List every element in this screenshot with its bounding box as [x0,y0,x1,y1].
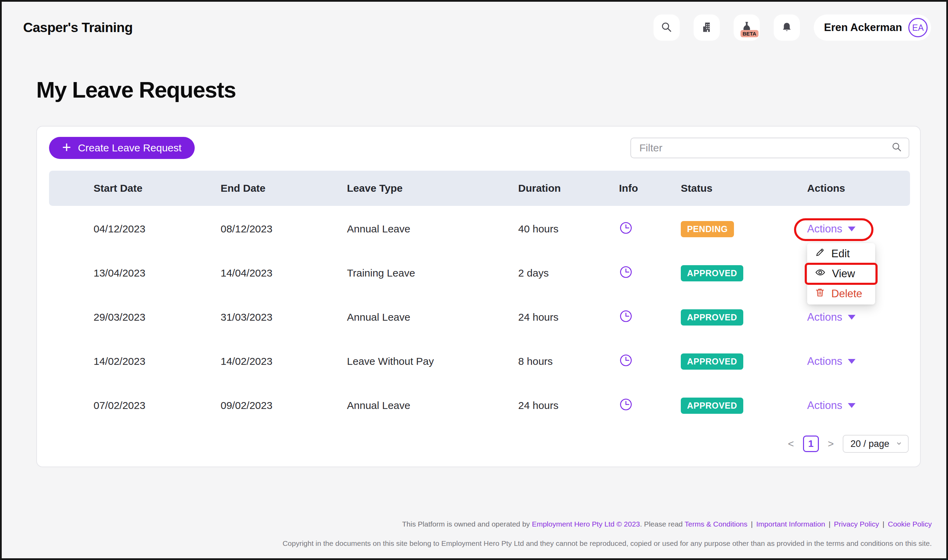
pagination: < 1 > 20 / page [788,435,909,453]
pagination-page-1[interactable]: 1 [803,435,819,452]
table-header: Start Date End Date Leave Type Duration … [49,171,910,206]
actions-dropdown-button[interactable]: Actions [807,355,855,368]
table-body: 04/12/2023 08/12/2023 Annual Leave 40 ho… [49,207,910,428]
footer-link-privacy-policy[interactable]: Privacy Policy [834,520,879,528]
trash-icon [815,287,825,300]
create-leave-request-button[interactable]: + Create Leave Request [49,137,195,159]
cell-duration: 24 hours [518,400,619,411]
cell-leave-type: Annual Leave [347,400,518,411]
cell-end-date: 14/04/2023 [221,267,347,279]
actions-dropdown-button[interactable]: Actions [807,399,855,412]
info-clock-icon[interactable] [619,398,681,414]
actions-dropdown-button[interactable]: Actions [807,311,855,323]
chevron-down-icon [848,226,855,231]
app-window: Casper's Training BETA [0,0,948,560]
user-name: Eren Ackerman [824,22,902,34]
chevron-down-icon [896,438,902,449]
cell-start-date: 07/02/2023 [94,400,221,411]
pagination-prev-button[interactable]: < [788,438,794,450]
info-clock-icon[interactable] [619,221,681,237]
status-badge: APPROVED [681,398,743,414]
menu-item-edit[interactable]: Edit [807,244,875,264]
column-header-duration: Duration [518,182,619,194]
actions-label: Actions [807,311,842,323]
status-badge: APPROVED [681,309,743,326]
menu-item-delete[interactable]: Delete [807,284,875,304]
status-badge: APPROVED [681,265,743,282]
footer-separator: | [882,520,884,528]
menu-item-view[interactable]: View [807,264,875,284]
company-building-icon [701,21,713,34]
cell-actions: Actions [807,355,910,368]
page-title: My Leave Requests [36,77,236,103]
cell-end-date: 31/03/2023 [221,311,347,323]
top-bar-actions: BETA Eren Ackerman EA [640,14,931,41]
filter-input[interactable] [639,142,891,154]
footer-copyright-line: Copyright in the documents on this site … [283,539,932,548]
filter-field [630,138,909,158]
column-header-status: Status [681,182,807,194]
cell-start-date: 04/12/2023 [94,223,221,235]
cell-end-date: 08/12/2023 [221,223,347,235]
footer-link-terms[interactable]: Terms & Conditions [685,520,747,528]
column-header-leave-type: Leave Type [347,182,518,194]
leave-requests-card: + Create Leave Request Start Date End Da… [36,126,921,467]
actions-dropdown-button[interactable]: Actions [807,223,855,235]
labs-beta-button[interactable]: BETA [733,14,760,41]
actions-label: Actions [807,399,842,412]
info-clock-icon[interactable] [619,309,681,326]
table-row: 07/02/2023 09/02/2023 Annual Leave 24 ho… [49,383,910,428]
footer-link-important-information[interactable]: Important Information [757,520,826,528]
beta-badge: BETA [741,30,758,37]
footer-text: . Please read [640,520,685,528]
menu-item-label: View [832,268,855,280]
avatar: EA [908,18,928,37]
column-header-start-date: Start Date [94,182,221,194]
user-menu[interactable]: Eren Ackerman EA [814,14,931,41]
cell-actions: Actions [807,223,910,235]
cell-duration: 8 hours [518,355,619,367]
table-row: 29/03/2023 31/03/2023 Annual Leave 24 ho… [49,295,910,339]
chevron-down-icon [848,359,855,364]
footer-link-company[interactable]: Employment Hero Pty Ltd © 2023 [532,520,640,528]
footer-separator: | [751,520,753,528]
footer-text: This Platform is owned and operated by [402,520,532,528]
cell-leave-type: Leave Without Pay [347,355,518,367]
pagination-next-button[interactable]: > [828,438,834,450]
status-badge: PENDING [681,221,734,237]
cell-status: PENDING [681,221,807,237]
eye-icon [815,267,826,281]
company-button[interactable] [693,14,720,41]
top-bar: Casper's Training BETA [2,2,946,54]
status-badge: APPROVED [681,354,743,370]
menu-item-label: Edit [831,248,849,260]
column-header-actions: Actions [807,182,910,194]
cell-start-date: 13/04/2023 [94,267,221,279]
table-row: 14/02/2023 14/02/2023 Leave Without Pay … [49,339,910,383]
pencil-icon [815,247,825,260]
notifications-button[interactable] [774,14,800,41]
card-toolbar: + Create Leave Request [49,137,909,159]
footer-separator: | [829,520,830,528]
cell-actions: Actions [807,311,910,323]
chevron-down-icon [848,315,855,320]
info-clock-icon[interactable] [619,354,681,370]
create-leave-request-label: Create Leave Request [78,142,182,154]
info-clock-icon[interactable] [619,265,681,282]
menu-item-label: Delete [831,288,862,300]
table-row: 13/04/2023 14/04/2023 Training Leave 2 d… [49,251,910,295]
cell-actions: Actions [807,399,910,412]
footer-legal-line: This Platform is owned and operated by E… [402,520,932,528]
cell-leave-type: Annual Leave [347,223,518,235]
cell-start-date: 14/02/2023 [94,355,221,367]
column-header-end-date: End Date [221,182,347,194]
actions-label: Actions [807,355,842,368]
cell-status: APPROVED [681,398,807,414]
footer-link-cookie-policy[interactable]: Cookie Policy [888,520,932,528]
bell-icon [781,22,793,34]
page-size-value: 20 / page [850,438,889,449]
page-size-select[interactable]: 20 / page [843,435,909,453]
app-title: Casper's Training [23,20,133,35]
search-button[interactable] [653,14,680,41]
cell-leave-type: Training Leave [347,267,518,279]
